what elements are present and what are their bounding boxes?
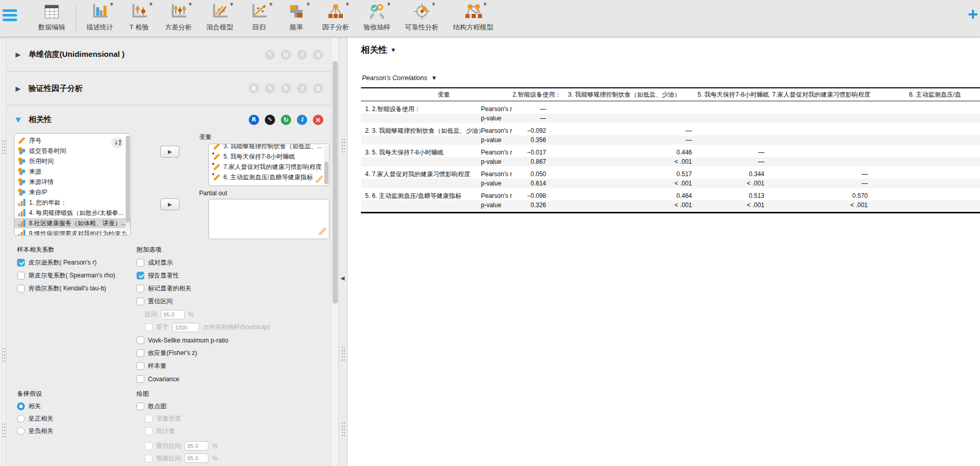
list-item[interactable]: 4. 每周规律锻炼（如散步/太极拳...	[14, 208, 130, 218]
available-variables-list: 序号 提交答卷时间 所用时间 来源 来源详情 来自IP 1. 您的年龄： 4. …	[14, 133, 131, 236]
list-item[interactable]: 9.慢性病管理要求对我的行为约束力	[14, 228, 130, 236]
checkbox[interactable]	[17, 285, 25, 292]
edit-title-icon[interactable]	[265, 50, 275, 60]
option-pairwise[interactable]: 成对显示	[137, 256, 338, 269]
close-analysis-icon[interactable]	[313, 50, 323, 60]
checkbox[interactable]	[137, 336, 144, 344]
checkbox[interactable]	[137, 375, 144, 383]
list-item[interactable]: 3. 我能够规律控制饮食（如低盐、...	[209, 144, 329, 151]
option-covariance[interactable]: Covariance	[137, 372, 338, 385]
option-correlated-positively[interactable]: 呈正相关	[17, 412, 131, 425]
checkbox[interactable]	[137, 349, 144, 357]
ribbon-item-ttest[interactable]: ▼ T 检验	[120, 2, 158, 32]
assign-partial-button[interactable]	[160, 198, 179, 210]
section-confirmatory-factor-analysis[interactable]: 验证性因子分析	[6, 72, 331, 105]
list-item[interactable]: 来自IP	[14, 187, 130, 197]
panel-scrollbar[interactable]	[331, 37, 338, 466]
expand-right-icon[interactable]	[16, 51, 21, 58]
option-vovk-sellke[interactable]: Vovk-Sellke maximum p-ratio	[137, 334, 338, 347]
scrollbar[interactable]	[324, 145, 328, 184]
option-correlated-negatively[interactable]: 呈负相关	[17, 425, 131, 437]
section-correlation[interactable]: 相关性	[6, 105, 331, 134]
option-pearson[interactable]: 皮尔逊系数( Pearson's r)	[17, 256, 154, 269]
checkbox[interactable]	[137, 298, 144, 305]
edit-title-icon[interactable]	[265, 115, 275, 125]
list-item[interactable]: 7.家人督促对我的健康习惯影响程度	[209, 162, 329, 172]
list-item[interactable]: 来源	[14, 166, 130, 177]
expand-down-icon[interactable]	[16, 116, 21, 123]
list-item[interactable]: 6. 主动监测血压/血糖等健康指标	[209, 172, 329, 182]
panel-divider[interactable]	[338, 37, 348, 466]
checkbox[interactable]	[137, 285, 144, 292]
drag-grip-icon[interactable]	[341, 422, 345, 437]
ribbon-item-reliability[interactable]: ▼ 可靠性分析	[398, 2, 446, 32]
chevron-down-icon[interactable]	[432, 75, 436, 81]
drag-grip-icon[interactable]	[341, 346, 345, 362]
sort-variables-button[interactable]: ↓AZ	[111, 137, 124, 148]
ribbon-item-descriptives[interactable]: ▼ 描述统计	[79, 2, 120, 32]
results-title[interactable]: 相关性	[361, 44, 395, 56]
section-unidimensional-reliability[interactable]: 单维信度(Unidimensional )	[6, 38, 331, 72]
option-kendall[interactable]: 肯德尔系数( Kendall's tau-b)	[17, 282, 154, 295]
list-item[interactable]: 提交答卷时间	[14, 146, 130, 156]
checkbox-checked[interactable]	[137, 272, 144, 279]
info-icon[interactable]	[297, 50, 307, 60]
scrollbar-thumb[interactable]	[333, 61, 338, 304]
chevron-down-icon[interactable]	[391, 48, 395, 53]
expand-right-icon[interactable]	[16, 85, 21, 92]
list-item[interactable]: 5. 我每天保持7-8小时睡眠	[209, 151, 329, 162]
ribbon-item-data-edit[interactable]: 数据编辑	[31, 2, 72, 32]
checkbox[interactable]	[137, 362, 144, 370]
drag-grip-icon[interactable]	[341, 138, 345, 153]
ribbon-item-acceptance-sampling[interactable]: ▼ 验收抽样	[356, 2, 398, 32]
ribbon-item-factor[interactable]: ▼ 因子分析	[315, 2, 356, 32]
option-sample-size[interactable]: 样本量	[137, 360, 338, 372]
table-title[interactable]: Pearson's Correlations	[362, 74, 436, 82]
radio-selected[interactable]	[17, 402, 25, 410]
list-item-selected[interactable]: 8.社区健康服务（如体检、讲座）...	[14, 218, 130, 228]
ribbon-item-mixed-models[interactable]: ▼ 混合模型	[199, 2, 240, 32]
option-effect-size[interactable]: 效应量(Fisher's z)	[137, 347, 338, 360]
collapse-panel-icon[interactable]	[340, 275, 344, 282]
refresh-icon[interactable]	[281, 50, 291, 60]
drag-grip-icon[interactable]	[2, 347, 5, 363]
drag-grip-icon[interactable]	[2, 139, 5, 155]
option-scatter-plot[interactable]: 散点图	[137, 400, 338, 412]
ribbon-item-sem[interactable]: ▼ 结构方程模型	[446, 2, 501, 32]
radio[interactable]	[17, 415, 25, 423]
option-confidence-interval[interactable]: 置信区间	[137, 295, 338, 308]
ribbon-item-frequencies[interactable]: ▼ 频率	[278, 2, 315, 32]
radio[interactable]	[17, 427, 25, 435]
checkbox-checked[interactable]	[17, 259, 25, 267]
add-analysis-button[interactable]: +	[968, 5, 978, 23]
list-item[interactable]: 1. 您的年龄：	[14, 197, 130, 208]
ribbon-item-anova[interactable]: ▼ 方差分析	[158, 2, 199, 32]
ribbon-item-regression[interactable]: ▼ 回归	[240, 2, 278, 32]
checkbox[interactable]	[17, 272, 25, 279]
edit-title-icon[interactable]	[265, 83, 275, 94]
option-report-significance[interactable]: 报告显著性	[137, 269, 338, 282]
list-item[interactable]: 所用时间	[14, 156, 130, 166]
scrollbar[interactable]	[126, 135, 130, 234]
assign-variable-button[interactable]	[160, 146, 179, 158]
option-flag-significant[interactable]: 标记显著的相关	[137, 282, 338, 295]
info-icon[interactable]	[297, 115, 307, 125]
list-item[interactable]: 来源详情	[14, 177, 130, 187]
left-resize-gutter[interactable]	[0, 37, 6, 466]
r-syntax-icon[interactable]	[249, 115, 259, 125]
option-spearman[interactable]: 斯皮尔曼系数( Spearman's rho)	[17, 269, 154, 282]
refresh-icon[interactable]	[281, 115, 291, 125]
checkbox[interactable]	[137, 402, 144, 410]
ordinal-variable-icon	[18, 209, 26, 217]
close-analysis-icon[interactable]	[313, 115, 323, 125]
option-correlated[interactable]: 相关	[17, 400, 131, 412]
r-syntax-icon[interactable]	[249, 83, 259, 94]
partial-out-list[interactable]	[208, 199, 329, 239]
close-analysis-icon[interactable]	[313, 83, 323, 94]
drag-grip-icon[interactable]	[2, 423, 5, 438]
menu-button[interactable]	[3, 9, 20, 26]
info-icon[interactable]	[297, 83, 307, 94]
refresh-icon[interactable]	[281, 83, 291, 94]
section-title: 单维信度(Unidimensional )	[28, 50, 125, 59]
checkbox[interactable]	[137, 259, 144, 267]
